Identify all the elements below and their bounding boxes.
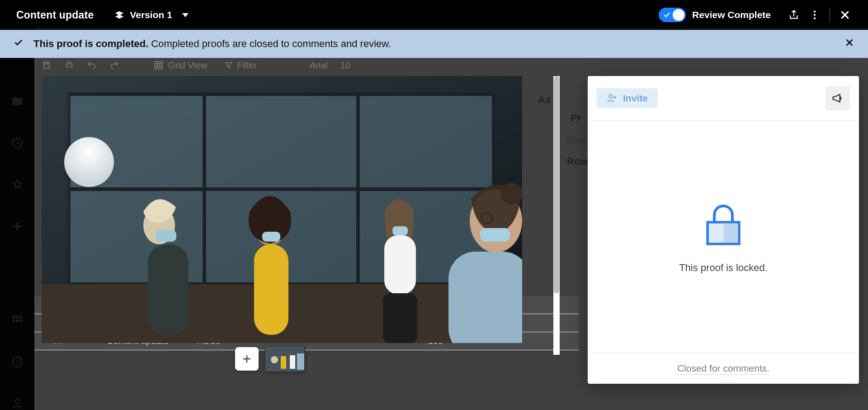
version-thumbnail[interactable] [265, 346, 305, 372]
svg-point-41 [271, 356, 278, 363]
locked-text: This proof is locked. [679, 262, 768, 274]
svg-rect-29 [254, 244, 288, 335]
divider [830, 8, 830, 22]
svg-rect-30 [262, 232, 280, 242]
banner-text: Completed proofs are closed to comments … [148, 38, 391, 49]
print-icon [64, 60, 74, 70]
background-toolbar: Grid View Filter Arial 10 [42, 55, 852, 75]
toggle-pill [659, 8, 686, 22]
invite-button: Invite [597, 88, 658, 108]
closed-for-comments-link: Closed for comments. [677, 363, 769, 375]
svg-rect-14 [67, 62, 71, 64]
column-peek-assigned: As [538, 94, 551, 106]
version-label: Version 1 [130, 10, 172, 20]
proof-header: Content update Version 1 Review Complete [0, 0, 868, 30]
version-picker[interactable]: Version 1 [114, 10, 188, 20]
check-icon [14, 38, 24, 50]
proof-title: Content update [16, 9, 94, 21]
review-complete-toggle[interactable]: Review Complete [659, 8, 771, 22]
view-label: Grid View [168, 60, 207, 71]
vertical-scrollbar[interactable] [553, 76, 560, 355]
lock-icon [698, 200, 748, 249]
svg-rect-15 [155, 62, 163, 69]
share-button[interactable] [783, 5, 804, 25]
font-label: Arial [310, 60, 328, 71]
proof-image-viewer[interactable] [42, 76, 522, 343]
review-complete-label: Review Complete [692, 10, 771, 20]
svg-point-10 [814, 10, 816, 12]
svg-rect-26 [148, 244, 189, 335]
announce-button[interactable] [826, 86, 850, 110]
caret-down-icon [182, 13, 189, 17]
redo-icon [109, 60, 119, 70]
dismiss-banner-button[interactable] [844, 38, 854, 50]
comments-panel: Invite This proof is locked. [588, 76, 859, 384]
save-icon [42, 60, 52, 70]
thumbnail-strip [235, 346, 305, 372]
scrollbar-thumb[interactable] [554, 76, 559, 293]
filter-label: Filter [237, 60, 257, 71]
column-peek-pr: Pr [571, 112, 581, 124]
svg-point-11 [814, 14, 816, 16]
svg-rect-44 [297, 353, 304, 370]
proof-image [42, 76, 522, 343]
add-version-button[interactable] [235, 347, 259, 371]
svg-rect-43 [290, 355, 295, 369]
svg-rect-37 [448, 252, 522, 343]
svg-point-24 [64, 137, 114, 187]
grid-icon [154, 60, 164, 70]
svg-point-12 [814, 17, 816, 19]
check-icon [663, 11, 671, 19]
svg-rect-38 [480, 228, 510, 242]
svg-rect-33 [383, 293, 417, 343]
svg-point-45 [609, 95, 613, 98]
svg-rect-42 [281, 356, 286, 369]
row-peek: Row [565, 135, 585, 147]
filter-icon [224, 61, 233, 70]
user-plus-icon [607, 93, 618, 104]
svg-rect-13 [66, 64, 72, 67]
completion-banner: This proof is completed. Completed proof… [0, 30, 868, 58]
svg-rect-47 [723, 222, 739, 244]
kebab-menu-button[interactable] [804, 5, 825, 25]
banner-bold: This proof is completed. [33, 38, 148, 49]
svg-rect-34 [392, 226, 408, 235]
svg-rect-32 [384, 235, 416, 294]
stack-icon [114, 10, 124, 20]
invite-label: Invite [623, 93, 648, 104]
megaphone-icon [831, 92, 844, 105]
close-overlay-button[interactable] [835, 5, 855, 25]
row-peek: Row [567, 156, 588, 167]
font-size-label: 10 [340, 60, 350, 71]
undo-icon [87, 60, 97, 70]
svg-rect-27 [156, 230, 176, 242]
